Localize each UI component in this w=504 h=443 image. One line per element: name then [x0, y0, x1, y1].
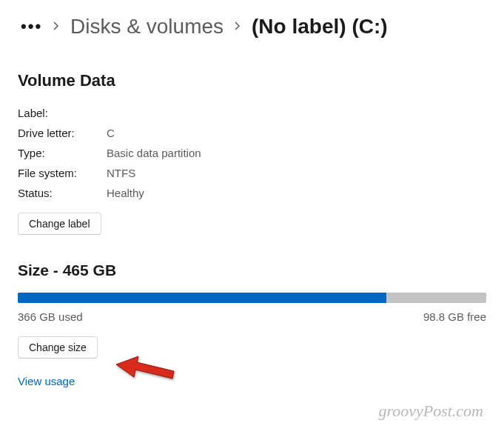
size-labels: 366 GB used 98.8 GB free [18, 310, 486, 323]
view-usage-link[interactable]: View usage [18, 375, 75, 387]
size-progress-bar [18, 293, 486, 303]
breadcrumb: ••• Disks & volumes (No label) (C:) [21, 15, 486, 39]
chevron-right-icon [53, 21, 60, 33]
change-label-button[interactable]: Change label [18, 213, 101, 235]
breadcrumb-current: (No label) (C:) [252, 15, 388, 39]
size-used: 366 GB used [18, 310, 83, 323]
more-icon[interactable]: ••• [21, 19, 42, 35]
volume-data-table: Label: Drive letter: C Type: Basic data … [18, 107, 486, 199]
size-progress-fill [18, 293, 386, 303]
label-value [107, 107, 486, 119]
status-label: Status: [18, 187, 107, 199]
chevron-right-icon [234, 21, 241, 33]
breadcrumb-parent[interactable]: Disks & volumes [70, 15, 224, 39]
size-free: 98.8 GB free [423, 310, 486, 323]
drive-letter-label: Drive letter: [18, 127, 107, 139]
type-label: Type: [18, 147, 107, 159]
size-section: Size - 465 GB 366 GB used 98.8 GB free C… [18, 262, 486, 388]
status-value: Healthy [107, 187, 486, 199]
file-system-value: NTFS [107, 167, 486, 179]
drive-letter-value: C [107, 127, 486, 139]
file-system-label: File system: [18, 167, 107, 179]
size-title: Size - 465 GB [18, 262, 486, 279]
volume-data-title: Volume Data [18, 71, 486, 90]
change-size-button[interactable]: Change size [18, 336, 98, 359]
label-label: Label: [18, 107, 107, 119]
watermark: groovyPost.com [378, 402, 483, 421]
type-value: Basic data partition [107, 147, 486, 159]
